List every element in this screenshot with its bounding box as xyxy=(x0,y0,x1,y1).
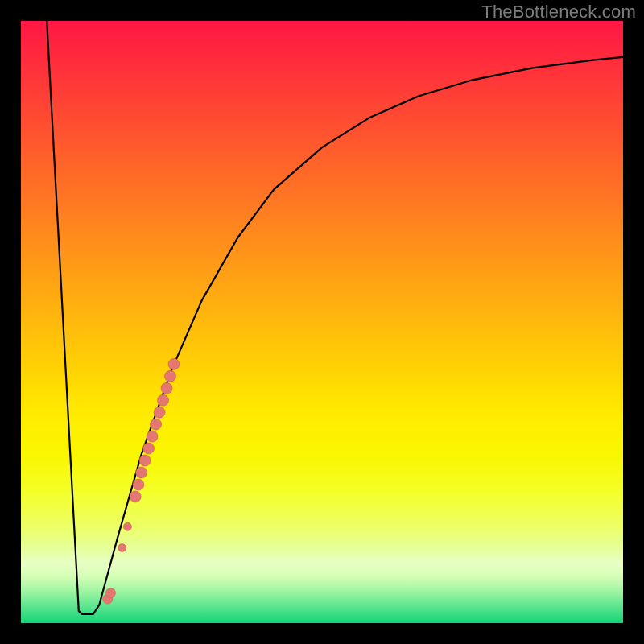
data-marker xyxy=(154,407,165,418)
data-marker xyxy=(118,544,126,552)
data-marker xyxy=(130,491,141,502)
plot-area xyxy=(21,21,623,623)
data-marker xyxy=(161,382,172,394)
data-marker xyxy=(165,370,176,382)
data-marker xyxy=(139,455,151,466)
bottleneck-curve xyxy=(47,21,623,614)
data-marker xyxy=(147,431,158,442)
data-marker xyxy=(105,588,115,598)
data-marker xyxy=(168,358,180,369)
data-marker xyxy=(133,479,144,490)
data-marker xyxy=(136,467,147,478)
chart-svg xyxy=(21,21,623,623)
data-marker xyxy=(143,443,155,454)
data-marker xyxy=(158,394,169,406)
watermark-text: TheBottleneck.com xyxy=(481,2,636,23)
data-marker xyxy=(151,419,162,430)
chart-frame: TheBottleneck.com xyxy=(0,0,644,644)
data-marker xyxy=(123,522,131,530)
data-markers xyxy=(103,358,180,604)
